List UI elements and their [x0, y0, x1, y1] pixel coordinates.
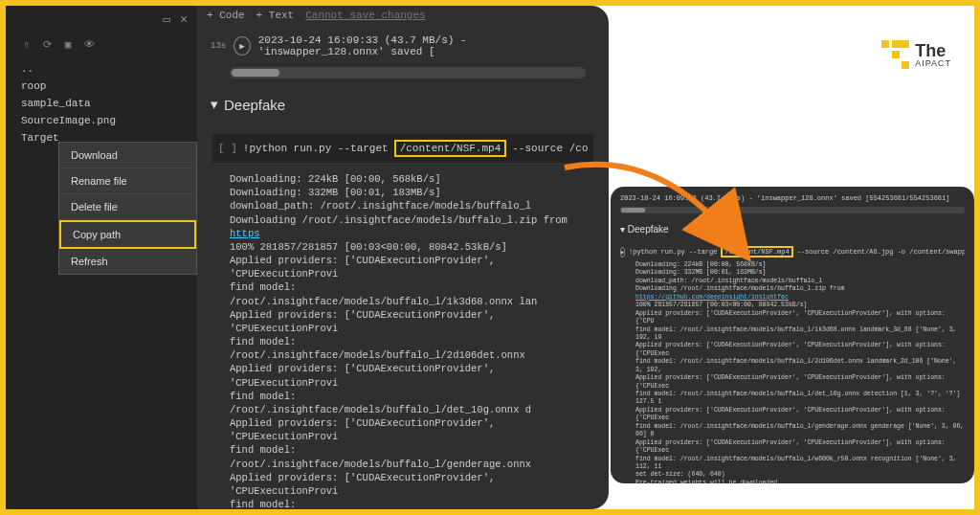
mini-status: 2023-10-24 16:09:33 (43.7 MB/s) - 'inswa… [620, 192, 965, 204]
file-context-menu: Download Rename file Delete file Copy pa… [58, 142, 197, 275]
menu-delete[interactable]: Delete file [59, 194, 196, 220]
eye-off-icon[interactable]: 👁 [84, 38, 95, 51]
scrollbar[interactable] [230, 67, 586, 78]
menu-refresh[interactable]: Refresh [59, 249, 196, 274]
logo-subtext: AIPACT [915, 59, 951, 68]
tree-item[interactable]: .. [6, 60, 197, 78]
menu-rename[interactable]: Rename file [59, 168, 196, 194]
mini-notebook-panel: 2023-10-24 16:09:33 (43.7 MB/s) - 'inswa… [611, 187, 974, 483]
menu-download[interactable]: Download [59, 143, 196, 168]
mini-code-cell[interactable]: ▶ !python run.py --targe /content/NSF.mp… [620, 242, 965, 261]
file-sidebar: ▭ ✕ ⇧ ⟳ ▣ 👁 .. roop sample_data SourceIm… [6, 6, 197, 509]
section-title-text: Deepfake [224, 97, 285, 113]
mini-code-pre: !python run.py --targe [629, 248, 717, 256]
mini-path-highlight: /content/NSF.mp4 [721, 246, 792, 258]
run-time: 13s [211, 41, 226, 51]
mount-drive-icon[interactable]: ▣ [65, 38, 72, 51]
logo-text: The [915, 42, 951, 59]
target-path-highlight: /content/NSF.mp4 [394, 140, 507, 157]
section-header: ▾ Deepfake [201, 82, 605, 126]
cell-code-pre: !python run.py --target [243, 143, 389, 154]
cell-output: Downloading: 224kB [00:00, 568kB/s]Downl… [201, 170, 605, 509]
tree-item[interactable]: sample_data [6, 95, 197, 112]
mini-scrollbar[interactable] [620, 207, 965, 213]
play-button[interactable]: ▶ [234, 36, 251, 56]
logo-icon [881, 40, 909, 69]
run-status-text: 2023-10-24 16:09:33 (43.7 MB/s) - 'inswa… [258, 34, 595, 57]
mini-section-title: ▾ Deepfake [620, 216, 965, 242]
mini-output: Downloading: 224kB [00:00, 568kB/s]Downl… [620, 261, 965, 483]
save-status: Cannot save changes [305, 10, 425, 21]
upload-icon[interactable]: ⇧ [23, 38, 30, 51]
mini-code-post: --source /content/A6.jpg -o /content/swa… [797, 248, 965, 256]
minimize-icon[interactable]: ▭ [163, 11, 170, 27]
menu-copy-path[interactable]: Copy path [59, 220, 196, 249]
chevron-down-icon[interactable]: ▾ [211, 96, 218, 113]
add-text-button[interactable]: + Text [256, 10, 295, 21]
refresh-icon[interactable]: ⟳ [43, 38, 52, 51]
mini-play-button[interactable]: ▶ [620, 247, 625, 258]
logo: The AIPACT [881, 40, 951, 69]
tree-item[interactable]: roop [6, 78, 197, 95]
add-code-button[interactable]: + Code [207, 10, 245, 21]
main-notebook-panel: ▭ ✕ ⇧ ⟳ ▣ 👁 .. roop sample_data SourceIm… [6, 6, 609, 509]
cell-indicator: [ ] [218, 143, 237, 154]
cell-code-post: --source /con... [512, 143, 588, 154]
close-icon[interactable]: ✕ [180, 11, 188, 27]
tree-item[interactable]: SourceImage.png [6, 112, 197, 129]
file-tree: .. roop sample_data SourceImage.png Targ… [6, 56, 197, 150]
code-cell[interactable]: [ ] !python run.py --target /content/NSF… [212, 134, 593, 163]
